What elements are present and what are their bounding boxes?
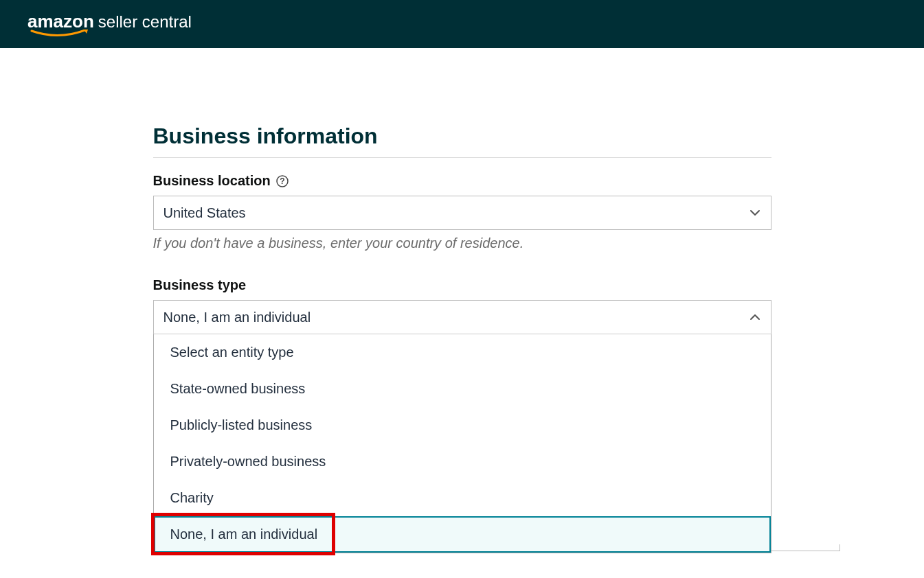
business-location-hint: If you don't have a business, enter your…	[153, 235, 771, 251]
business-type-option[interactable]: Select an entity type	[154, 334, 771, 371]
business-location-select[interactable]: United States	[153, 196, 771, 230]
business-type-select[interactable]: None, I am an individual	[153, 300, 771, 334]
app-header: amazon seller central	[0, 0, 924, 48]
chevron-up-icon	[749, 311, 761, 323]
field-business-location: Business location ? United States If you…	[153, 173, 771, 251]
business-type-value: None, I am an individual	[164, 310, 311, 325]
business-location-label: Business location	[153, 173, 271, 189]
field-business-type: Business type None, I am an individual S…	[153, 277, 771, 553]
page-title: Business information	[153, 124, 771, 149]
title-divider	[153, 157, 771, 158]
main-content: Business information Business location ?…	[153, 48, 771, 553]
business-type-option[interactable]: Privately-owned business	[154, 443, 771, 480]
svg-text:?: ?	[280, 176, 284, 186]
business-type-option[interactable]: State-owned business	[154, 371, 771, 407]
highlight-box	[151, 513, 335, 555]
brand-word-seller-central: seller central	[98, 14, 192, 30]
brand-word-amazon: amazon	[27, 11, 94, 32]
chevron-down-icon	[749, 207, 761, 219]
brand-logo: amazon seller central	[27, 12, 192, 36]
business-location-value: United States	[164, 205, 246, 221]
business-type-option[interactable]: Publicly-listed business	[154, 407, 771, 443]
business-type-option[interactable]: None, I am an individual	[154, 516, 771, 553]
amazon-smile-icon	[27, 30, 94, 35]
business-type-option[interactable]: Charity	[154, 480, 771, 516]
business-type-dropdown: Select an entity typeState-owned busines…	[153, 334, 771, 553]
help-icon[interactable]: ?	[276, 175, 289, 187]
business-type-label: Business type	[153, 277, 247, 293]
